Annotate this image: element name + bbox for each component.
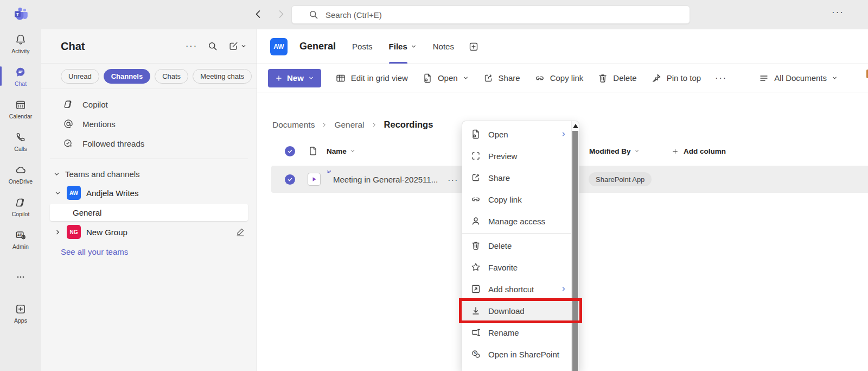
- sharepoint-icon: S: [470, 349, 481, 360]
- edit-channels-icon[interactable]: [235, 227, 246, 237]
- search-icon: [308, 9, 319, 20]
- team-andjela-writes[interactable]: AW Andjela Writes: [41, 183, 257, 203]
- filter-meeting-chats[interactable]: Meeting chats: [193, 69, 252, 84]
- channel-name: General: [73, 208, 101, 217]
- add-column-button[interactable]: Add column: [672, 147, 726, 155]
- copilot-icon: [63, 99, 74, 110]
- row-checkbox[interactable]: [285, 174, 295, 185]
- add-shortcut-icon: [470, 284, 481, 294]
- app-rail: Activity Chat Calendar Calls OneDrive Co…: [0, 29, 41, 371]
- divider: [50, 159, 248, 159]
- open-button[interactable]: Open: [422, 73, 469, 84]
- rail-item-activity[interactable]: Activity: [0, 29, 41, 58]
- teams-and-channels-header[interactable]: Teams and channels: [41, 165, 257, 183]
- menu-item-delete[interactable]: Delete: [462, 235, 571, 256]
- team-new-group[interactable]: NG New Group: [41, 222, 257, 242]
- share-button[interactable]: Share: [483, 73, 520, 84]
- rail-more-apps-button[interactable]: [0, 269, 41, 285]
- chevron-right-icon: [54, 229, 61, 236]
- phone-icon: [15, 131, 27, 143]
- pin-to-top-button[interactable]: Pin to top: [651, 73, 701, 84]
- chevron-down-icon: [411, 43, 417, 49]
- team-avatar: NG: [67, 225, 81, 239]
- trash-icon: [470, 240, 481, 251]
- active-tab-underline: [389, 62, 407, 64]
- tab-notes[interactable]: Notes: [433, 29, 454, 64]
- menu-item-share[interactable]: Share: [462, 167, 571, 188]
- rail-item-admin[interactable]: AB Admin: [0, 225, 41, 253]
- new-chat-button[interactable]: [228, 41, 247, 52]
- search-input[interactable]: [326, 10, 690, 20]
- copy-link-button[interactable]: Copy link: [534, 73, 584, 84]
- chevron-down-icon: [54, 190, 61, 197]
- nav-forward-icon[interactable]: [276, 9, 286, 20]
- rail-item-label: Calendar: [9, 113, 33, 120]
- team-name: Andjela Writes: [86, 188, 138, 198]
- chevron-down-icon: [832, 75, 838, 81]
- video-file-icon: [308, 173, 321, 186]
- chat-more-button[interactable]: ···: [186, 41, 197, 51]
- rail-item-apps[interactable]: Apps: [0, 299, 41, 327]
- tab-posts[interactable]: Posts: [352, 29, 373, 64]
- edit-in-grid-view-button[interactable]: Edit in grid view: [335, 73, 408, 84]
- menu-item-open[interactable]: Open: [462, 123, 571, 145]
- mention-icon: [63, 118, 74, 129]
- new-button[interactable]: New: [268, 69, 321, 87]
- context-menu-scrollbar[interactable]: [571, 121, 579, 371]
- column-header-modified-by[interactable]: Modified By: [589, 147, 640, 155]
- channel-general-selected[interactable]: General: [50, 204, 248, 221]
- select-all-checkbox[interactable]: [285, 146, 295, 156]
- chevron-down-icon: [463, 75, 469, 81]
- menu-divider: [462, 233, 571, 234]
- shortcut-copilot[interactable]: Copilot: [41, 95, 257, 114]
- menu-item-open-in-sharepoint[interactable]: S Open in SharePoint: [462, 343, 571, 365]
- file-type-column-icon[interactable]: [308, 146, 318, 156]
- scrollbar-thumb[interactable]: [572, 131, 578, 371]
- person-icon: [470, 216, 481, 227]
- menu-item-preview[interactable]: Preview: [462, 145, 571, 167]
- delete-button[interactable]: Delete: [597, 73, 636, 84]
- filter-channels[interactable]: Channels: [104, 69, 151, 84]
- column-header-name[interactable]: Name: [327, 147, 355, 155]
- rail-item-copilot[interactable]: Copilot: [0, 192, 41, 221]
- breadcrumb-documents[interactable]: Documents: [272, 120, 315, 130]
- menu-item-download[interactable]: Download: [462, 300, 571, 322]
- topbar-more-button[interactable]: ···: [832, 7, 844, 18]
- scrollbar-up-arrow[interactable]: [573, 124, 578, 128]
- view-selector[interactable]: All Documents: [758, 73, 838, 84]
- shortcut-label: Copilot: [82, 100, 108, 109]
- shortcut-followed-threads[interactable]: Followed threads: [41, 134, 257, 153]
- shortcut-mentions[interactable]: Mentions: [41, 114, 257, 134]
- menu-item-manage-access[interactable]: Manage access: [462, 210, 571, 232]
- breadcrumb-general[interactable]: General: [334, 120, 364, 130]
- menu-item-copy-link[interactable]: Copy link: [462, 188, 571, 210]
- add-tab-button[interactable]: [468, 41, 479, 52]
- commandbar-more-button[interactable]: ···: [715, 73, 727, 83]
- rail-item-chat[interactable]: Chat: [0, 62, 41, 90]
- menu-item-add-shortcut[interactable]: Add shortcut: [462, 278, 571, 300]
- rail-item-calendar[interactable]: Calendar: [0, 95, 41, 123]
- search-bar[interactable]: [291, 5, 690, 24]
- row-more-actions-button[interactable]: ···: [448, 175, 458, 184]
- share-icon: [470, 172, 481, 183]
- menu-item-favorite[interactable]: Favorite: [462, 256, 571, 278]
- followed-threads-icon: [63, 138, 74, 149]
- file-name[interactable]: Meeting in General-202511...: [333, 175, 438, 184]
- section-label: Teams and channels: [65, 169, 140, 179]
- svg-text:S: S: [474, 351, 476, 355]
- channel-avatar: AW: [270, 38, 288, 55]
- tab-files[interactable]: Files: [389, 29, 417, 64]
- apps-plus-icon: [15, 303, 27, 315]
- menu-item-rename[interactable]: Rename: [462, 322, 571, 343]
- filter-search-icon[interactable]: [207, 41, 218, 52]
- rail-item-onedrive[interactable]: OneDrive: [0, 160, 41, 188]
- rail-item-calls[interactable]: Calls: [0, 127, 41, 155]
- chevron-down-icon: [240, 43, 247, 49]
- download-icon: [470, 305, 481, 316]
- rail-item-label: OneDrive: [9, 178, 33, 185]
- rail-item-label: Copilot: [12, 211, 30, 217]
- filter-chats[interactable]: Chats: [155, 69, 188, 84]
- see-all-teams-link[interactable]: See all your teams: [41, 247, 257, 256]
- filter-unread[interactable]: Unread: [61, 69, 99, 84]
- nav-back-icon[interactable]: [253, 9, 264, 20]
